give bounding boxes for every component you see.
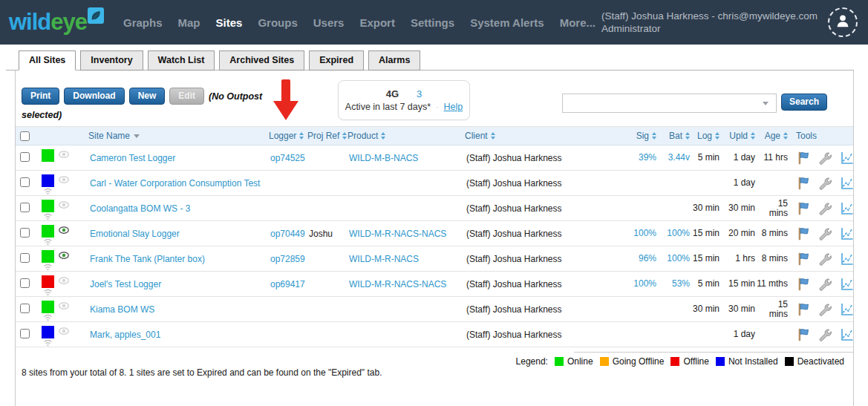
flag-icon[interactable]: [796, 252, 811, 266]
product-link[interactable]: WILD-M-R-NACS-NACS: [349, 229, 446, 239]
row-checkbox[interactable]: [20, 203, 30, 212]
print-button[interactable]: Print: [22, 88, 59, 105]
header-sig[interactable]: Sig: [627, 131, 658, 141]
site-name-link[interactable]: Emotional Slay Logger: [90, 229, 180, 239]
tab-all-sites[interactable]: All Sites: [19, 50, 76, 71]
site-name-link[interactable]: Carl - Water Corporation Consumption Tes…: [90, 178, 260, 189]
eye-icon[interactable]: [59, 200, 69, 211]
eye-icon[interactable]: [59, 327, 69, 337]
nav-item-graphs[interactable]: Graphs: [123, 16, 163, 29]
edit-button[interactable]: Edit: [169, 88, 204, 105]
network-active-count[interactable]: 3: [417, 88, 422, 99]
help-link[interactable]: Help: [443, 102, 463, 112]
header-age[interactable]: Age: [757, 131, 789, 141]
product-link[interactable]: WILD-M-R-NACS: [349, 254, 419, 264]
header-product[interactable]: Product: [347, 131, 465, 141]
row-checkbox[interactable]: [20, 304, 30, 313]
chart-icon[interactable]: [839, 252, 854, 266]
wrench-icon[interactable]: [818, 302, 832, 317]
logger-link[interactable]: op74525: [270, 153, 305, 163]
eye-icon[interactable]: [59, 226, 69, 236]
site-name-link[interactable]: Frank The Tank (Planter box): [90, 254, 205, 264]
header-client[interactable]: Client: [465, 131, 627, 141]
nav-item-users[interactable]: Users: [313, 16, 345, 29]
nav-item-system-alerts[interactable]: System Alerts: [470, 16, 544, 29]
tab-expired[interactable]: Expired: [309, 50, 364, 71]
flag-icon[interactable]: [796, 302, 811, 317]
site-name-link[interactable]: Mark, apples_001: [90, 330, 160, 340]
new-button[interactable]: New: [129, 88, 166, 105]
row-checkbox[interactable]: [20, 228, 30, 238]
sig-link[interactable]: 39%: [639, 152, 656, 163]
avatar[interactable]: [828, 7, 858, 37]
nav-item-sites[interactable]: Sites: [216, 16, 243, 29]
site-name-link[interactable]: Kiama BOM WS: [90, 304, 154, 315]
download-button[interactable]: Download: [64, 88, 124, 105]
product-link[interactable]: WILD-M-R-NACS-NACS: [349, 279, 446, 289]
nav-item-settings[interactable]: Settings: [411, 16, 454, 29]
sig-link[interactable]: 100%: [633, 228, 656, 238]
wrench-icon[interactable]: [818, 327, 832, 342]
eye-icon[interactable]: [59, 175, 69, 186]
flag-icon[interactable]: [796, 327, 811, 342]
chart-icon[interactable]: [839, 277, 854, 292]
wrench-icon[interactable]: [818, 151, 832, 166]
sig-link[interactable]: 100%: [633, 278, 656, 289]
wrench-icon[interactable]: [818, 201, 832, 216]
wrench-icon[interactable]: [818, 176, 832, 191]
tab-inventory[interactable]: Inventory: [80, 50, 143, 71]
chart-icon[interactable]: [839, 201, 854, 216]
eye-icon[interactable]: [59, 276, 69, 287]
dropdown-caret-icon[interactable]: [763, 102, 769, 105]
sig-link[interactable]: 96%: [639, 253, 656, 263]
bat-link[interactable]: 100%: [667, 228, 690, 238]
tab-archived-sites[interactable]: Archived Sites: [219, 50, 304, 71]
flag-icon[interactable]: [796, 176, 811, 191]
product-link[interactable]: WILD-M-B-NACS: [349, 153, 418, 163]
search-input[interactable]: [562, 94, 777, 113]
wildeye-logo[interactable]: wildeye: [9, 3, 104, 42]
nav-item-more[interactable]: More...: [560, 16, 595, 29]
header-upld[interactable]: Upld: [721, 131, 757, 141]
header-proj-ref[interactable]: Proj Ref: [307, 131, 347, 141]
chart-icon[interactable]: [839, 176, 854, 191]
row-checkbox[interactable]: [20, 278, 30, 288]
chart-icon[interactable]: [839, 327, 854, 342]
eye-icon[interactable]: [59, 251, 69, 261]
logger-link[interactable]: op70449: [270, 229, 305, 239]
chart-icon[interactable]: [839, 226, 854, 241]
flag-icon[interactable]: [796, 201, 811, 216]
site-name-link[interactable]: Joel's Test Logger: [90, 279, 161, 289]
chart-icon[interactable]: [839, 302, 854, 317]
logger-link[interactable]: op69417: [270, 279, 305, 289]
logger-link[interactable]: op72859: [270, 254, 305, 264]
flag-icon[interactable]: [796, 151, 811, 166]
header-site-name[interactable]: Site Name: [88, 131, 269, 141]
header-logger[interactable]: Logger: [269, 131, 307, 141]
chart-icon[interactable]: [839, 151, 854, 166]
row-checkbox[interactable]: [20, 329, 30, 338]
site-name-link[interactable]: Coolangatta BOM WS - 3: [90, 203, 190, 214]
tab-alarms[interactable]: Alarms: [368, 50, 420, 71]
row-checkbox[interactable]: [20, 177, 30, 187]
select-all-checkbox[interactable]: [20, 131, 30, 141]
nav-item-export[interactable]: Export: [359, 16, 395, 29]
header-bat[interactable]: Bat: [658, 131, 691, 141]
row-checkbox[interactable]: [20, 253, 30, 263]
flag-icon[interactable]: [796, 277, 811, 292]
row-checkbox[interactable]: [20, 152, 30, 162]
bat-link[interactable]: 53%: [672, 278, 690, 289]
bat-link[interactable]: 100%: [667, 253, 690, 263]
search-button[interactable]: Search: [781, 94, 827, 111]
eye-icon[interactable]: [59, 301, 69, 312]
site-name-link[interactable]: Cameron Test Logger: [90, 153, 175, 163]
header-log[interactable]: Log: [691, 131, 721, 141]
wrench-icon[interactable]: [818, 252, 832, 266]
nav-item-groups[interactable]: Groups: [258, 16, 297, 29]
bat-link[interactable]: 3.44v: [668, 152, 690, 163]
nav-item-map[interactable]: Map: [178, 16, 200, 29]
wrench-icon[interactable]: [818, 277, 832, 292]
tab-watch-list[interactable]: Watch List: [148, 50, 215, 71]
wrench-icon[interactable]: [818, 226, 832, 241]
flag-icon[interactable]: [796, 226, 811, 241]
